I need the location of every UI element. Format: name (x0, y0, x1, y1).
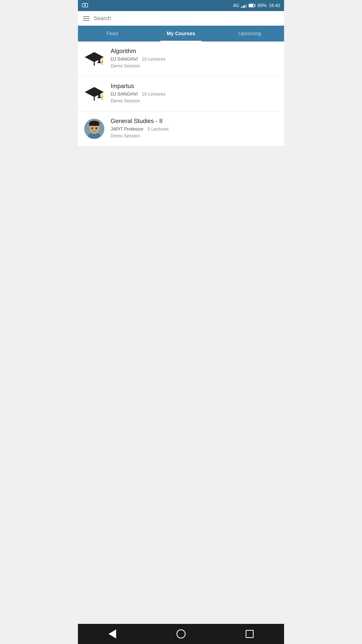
hamburger-line-3 (83, 20, 89, 21)
course-meta-impartus: DJ SANGHVI 10 Lectures (111, 92, 279, 97)
back-triangle-icon (109, 629, 116, 638)
course-session-impartus: Demo Session (111, 98, 279, 104)
hamburger-menu[interactable] (83, 16, 89, 21)
battery-icon (249, 4, 256, 8)
course-instructor-general-studies: JAPIT Professor (111, 127, 144, 132)
course-item-impartus[interactable]: Impartus DJ SANGHVI 10 Lectures Demo Ses… (78, 76, 284, 111)
course-info-impartus: Impartus DJ SANGHVI 10 Lectures Demo Ses… (111, 83, 279, 104)
svg-point-29 (96, 128, 97, 129)
home-circle-icon (176, 629, 186, 638)
course-item-general-studies[interactable]: General Studies - II JAPIT Professor 5 L… (78, 111, 284, 146)
bottom-navigation (78, 624, 284, 644)
course-lectures-algorithm: 10 Lectures (142, 57, 165, 62)
recent-square-icon (246, 630, 254, 638)
svg-rect-4 (249, 4, 253, 7)
tab-my-courses[interactable]: My Courses (147, 26, 215, 42)
course-lectures-general-studies: 5 Lectures (148, 127, 169, 132)
course-meta-algorithm: DJ SANGHVI 10 Lectures (111, 57, 279, 62)
svg-rect-27 (89, 123, 99, 126)
course-info-general-studies: General Studies - II JAPIT Professor 5 L… (111, 117, 279, 139)
course-title-general-studies: General Studies - II (111, 117, 279, 125)
svg-point-10 (101, 61, 103, 63)
svg-rect-5 (255, 5, 255, 6)
svg-rect-8 (97, 62, 101, 63)
course-instructor-algorithm: DJ SANGHVI (111, 57, 138, 62)
hamburger-line-2 (83, 18, 89, 19)
course-lectures-impartus: 10 Lectures (142, 92, 165, 97)
nav-recent-button[interactable] (243, 628, 256, 640)
course-session-general-studies: Demo Session (111, 133, 279, 139)
course-title-algorithm: Algorithm (111, 48, 279, 55)
battery-percentage: 89% (258, 3, 267, 8)
tab-navigation: Feed My Courses Upcoming (78, 26, 284, 42)
svg-marker-6 (85, 52, 104, 62)
course-avatar-impartus (83, 83, 106, 105)
svg-point-18 (101, 96, 103, 98)
status-bar: 4G 89% 18:40 (78, 0, 284, 11)
tab-upcoming[interactable]: Upcoming (215, 26, 284, 42)
course-instructor-impartus: DJ SANGHVI (111, 92, 138, 97)
course-item-algorithm[interactable]: Algorithm DJ SANGHVI 10 Lectures Demo Se… (78, 42, 284, 76)
signal-bars (241, 3, 247, 8)
search-input[interactable] (94, 15, 279, 22)
network-indicator: 4G (233, 3, 239, 8)
svg-rect-2 (84, 3, 86, 4)
svg-point-1 (84, 5, 86, 6)
course-avatar-algorithm (83, 48, 106, 70)
search-bar (78, 11, 284, 26)
course-session-algorithm: Demo Session (111, 63, 279, 69)
hamburger-line-1 (83, 16, 89, 17)
svg-rect-15 (98, 92, 100, 98)
screenshot-icon (82, 3, 88, 8)
course-title-impartus: Impartus (111, 83, 279, 90)
svg-rect-7 (98, 57, 100, 63)
course-list: Algorithm DJ SANGHVI 10 Lectures Demo Se… (78, 42, 284, 146)
svg-rect-31 (93, 134, 95, 135)
svg-marker-14 (85, 87, 104, 97)
svg-rect-16 (97, 97, 101, 98)
svg-point-28 (92, 128, 93, 129)
tab-feed[interactable]: Feed (78, 26, 147, 42)
nav-back-button[interactable] (106, 628, 119, 640)
clock: 18:40 (269, 3, 280, 8)
course-meta-general-studies: JAPIT Professor 5 Lectures (111, 127, 279, 132)
course-info-algorithm: Algorithm DJ SANGHVI 10 Lectures Demo Se… (111, 48, 279, 69)
course-avatar-general-studies (83, 117, 106, 140)
nav-home-button[interactable] (175, 628, 187, 640)
